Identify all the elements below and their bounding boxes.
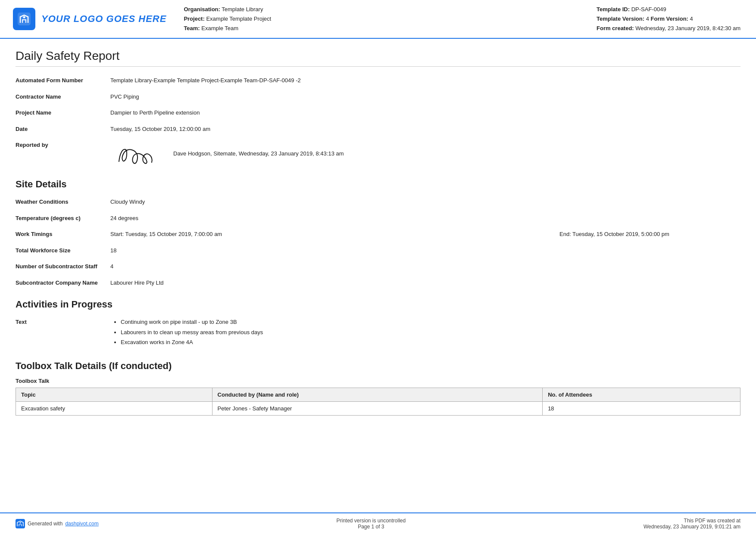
- activity-item: Excavation works in Zone 4A: [121, 338, 740, 347]
- footer-uncontrolled: Printed version is uncontrolled: [336, 518, 406, 524]
- project-label: Project:: [184, 16, 204, 22]
- temperature-row: Temperature (degrees c) 24 degrees: [16, 212, 740, 224]
- weather-row: Weather Conditions Cloudy Windy: [16, 196, 740, 208]
- project-row: Project: Example Template Project: [184, 14, 597, 24]
- svg-rect-0: [18, 12, 31, 25]
- work-timings-values: Start: Tuesday, 15 October 2019, 7:00:00…: [110, 230, 740, 239]
- activities-list: Continuing work on pipe install - up to …: [121, 318, 740, 347]
- page-title: Daily Safety Report: [16, 49, 740, 67]
- form-version-value: 4: [690, 16, 693, 22]
- project-name-label: Project Name: [16, 109, 110, 117]
- workforce-value: 18: [110, 246, 740, 255]
- form-version-label: Form Version:: [651, 16, 688, 22]
- subcontractor-company-row: Subcontractor Company Name Labourer Hire…: [16, 277, 740, 289]
- form-created-value: Wednesday, 23 January 2019, 8:42:30 am: [635, 25, 740, 31]
- activities-heading: Activities in Progress: [16, 299, 740, 310]
- footer-pdf-created: This PDF was created at: [644, 518, 740, 524]
- toolbox-cell: Excavation safety: [16, 401, 212, 415]
- weather-value: Cloudy Windy: [110, 198, 740, 206]
- toolbox-row: Excavation safetyPeter Jones - Safety Ma…: [16, 401, 740, 415]
- date-label: Date: [16, 125, 110, 134]
- signature-image: [110, 141, 166, 167]
- toolbox-heading: Toolbox Talk Details (If conducted): [16, 360, 740, 372]
- footer-pdf-date: Wednesday, 23 January 2019, 9:01:21 am: [644, 524, 740, 530]
- footer-center: Printed version is uncontrolled Page 1 o…: [336, 518, 406, 530]
- reported-by-value: Dave Hodgson, Sitemate, Wednesday, 23 Ja…: [110, 141, 740, 167]
- template-version-value: 4: [646, 16, 649, 22]
- reported-by-row: Reported by Dave Hodgson, Sitemate, Wedn…: [16, 139, 740, 168]
- temperature-value: 24 degrees: [110, 214, 740, 223]
- team-value: Example Team: [201, 25, 238, 31]
- page-footer: Generated with dashpivot.com Printed ver…: [0, 512, 756, 534]
- project-name-value: Dampier to Perth Pipeline extension: [110, 109, 740, 117]
- svg-point-1: [23, 16, 25, 19]
- template-version-label: Template Version:: [597, 16, 644, 22]
- site-details-heading: Site Details: [16, 179, 740, 190]
- footer-link[interactable]: dashpivot.com: [65, 521, 98, 527]
- reported-by-text: Dave Hodgson, Sitemate, Wednesday, 23 Ja…: [173, 149, 344, 158]
- project-name-row: Project Name Dampier to Perth Pipeline e…: [16, 107, 740, 119]
- activities-list-container: Continuing work on pipe install - up to …: [110, 318, 740, 348]
- logo-icon: [13, 8, 35, 30]
- subcontractor-staff-value: 4: [110, 262, 740, 271]
- workforce-label: Total Workforce Size: [16, 246, 110, 255]
- activity-item: Continuing work on pipe install - up to …: [121, 318, 740, 326]
- template-id-value: DP-SAF-0049: [631, 6, 666, 12]
- footer-left: Generated with dashpivot.com: [16, 519, 99, 528]
- work-timings-start: Start: Tuesday, 15 October 2019, 7:00:00…: [110, 230, 559, 239]
- weather-label: Weather Conditions: [16, 198, 110, 206]
- org-value: Template Library: [222, 6, 263, 12]
- automated-form-value: Template Library-Example Template Projec…: [110, 76, 740, 85]
- toolbox-table: TopicConducted by (Name and role)No. of …: [16, 388, 740, 416]
- workforce-row: Total Workforce Size 18: [16, 245, 740, 257]
- template-id-label: Template ID:: [597, 6, 630, 12]
- form-created-row: Form created: Wednesday, 23 January 2019…: [597, 24, 743, 33]
- toolbox-col-header: Conducted by (Name and role): [212, 388, 543, 401]
- footer-right: This PDF was created at Wednesday, 23 Ja…: [644, 518, 740, 530]
- svg-point-3: [20, 522, 21, 524]
- version-row: Template Version: 4 Form Version: 4: [597, 14, 743, 24]
- subcontractor-company-value: Labourer Hire Pty Ltd: [110, 279, 740, 287]
- activity-item: Labourers in to clean up messy areas fro…: [121, 328, 740, 337]
- team-label: Team:: [184, 25, 200, 31]
- subcontractor-staff-label: Number of Subcontractor Staff: [16, 262, 110, 271]
- footer-generated-text: Generated with: [28, 521, 62, 527]
- date-row: Date Tuesday, 15 October 2019, 12:00:00 …: [16, 123, 740, 135]
- work-timings-end: End: Tuesday, 15 October 2019, 5:00:00 p…: [559, 230, 740, 239]
- org-label: Organisation:: [184, 6, 220, 12]
- logo-text: YOUR LOGO GOES HERE: [41, 13, 166, 25]
- org-row: Organisation: Template Library: [184, 5, 597, 14]
- footer-page: Page 1 of 3: [336, 524, 406, 530]
- reported-by-label: Reported by: [16, 141, 110, 149]
- project-value: Example Template Project: [206, 16, 271, 22]
- toolbox-table-head: TopicConducted by (Name and role)No. of …: [16, 388, 740, 401]
- automated-form-label: Automated Form Number: [16, 76, 110, 85]
- subcontractor-staff-row: Number of Subcontractor Staff 4: [16, 261, 740, 273]
- subcontractor-company-label: Subcontractor Company Name: [16, 279, 110, 287]
- toolbox-col-header: No. of Attendees: [543, 388, 740, 401]
- main-content: Daily Safety Report Automated Form Numbe…: [0, 39, 756, 428]
- contractor-row: Contractor Name PVC Piping: [16, 91, 740, 103]
- work-timings-label: Work Timings: [16, 230, 110, 239]
- contractor-label: Contractor Name: [16, 93, 110, 101]
- form-created-label: Form created:: [597, 25, 634, 31]
- logo-section: YOUR LOGO GOES HERE: [13, 4, 166, 34]
- page-header: YOUR LOGO GOES HERE Organisation: Templa…: [0, 0, 756, 39]
- template-id-row: Template ID: DP-SAF-0049: [597, 5, 743, 14]
- footer-logo-icon: [16, 519, 25, 528]
- toolbox-header-row: TopicConducted by (Name and role)No. of …: [16, 388, 740, 401]
- team-row: Team: Example Team: [184, 24, 597, 33]
- date-value: Tuesday, 15 October 2019, 12:00:00 am: [110, 125, 740, 134]
- toolbox-cell: 18: [543, 401, 740, 415]
- automated-form-row: Automated Form Number Template Library-E…: [16, 75, 740, 87]
- toolbox-col-header: Topic: [16, 388, 212, 401]
- activities-text-label: Text: [16, 318, 110, 326]
- header-center: Organisation: Template Library Project: …: [184, 4, 597, 34]
- activities-text-row: Text Continuing work on pipe install - u…: [16, 316, 740, 350]
- toolbox-table-body: Excavation safetyPeter Jones - Safety Ma…: [16, 401, 740, 415]
- header-right: Template ID: DP-SAF-0049 Template Versio…: [597, 4, 743, 34]
- temperature-label: Temperature (degrees c): [16, 214, 110, 223]
- toolbox-section-label: Toolbox Talk: [16, 378, 740, 384]
- contractor-value: PVC Piping: [110, 93, 740, 101]
- toolbox-cell: Peter Jones - Safety Manager: [212, 401, 543, 415]
